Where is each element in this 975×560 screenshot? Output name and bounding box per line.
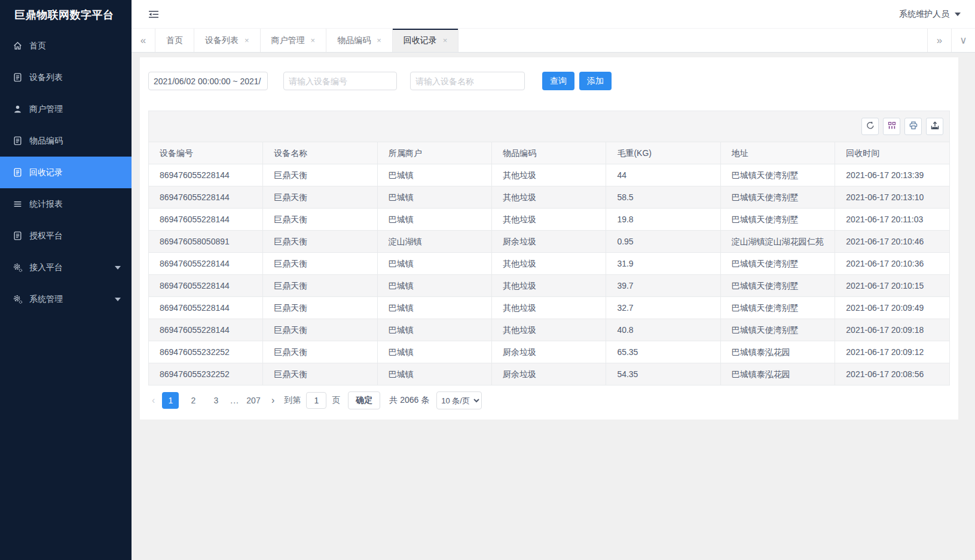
tab-label: 回收记录	[404, 35, 437, 46]
sidebar-item-system-mgmt[interactable]: 系统管理	[0, 283, 132, 315]
goto-page-input[interactable]	[306, 392, 326, 409]
table-row[interactable]: 869476055228144巨鼎天衡巴城镇其他垃圾44巴城镇天使湾别墅2021…	[149, 164, 950, 186]
sidebar-item-label: 回收记录	[29, 167, 63, 178]
cell-gross-weight: 54.35	[606, 363, 720, 385]
device-name-input[interactable]	[410, 72, 525, 90]
device-number-input[interactable]	[283, 72, 397, 90]
tabbar-spacer	[459, 29, 927, 52]
document-list-icon	[13, 167, 23, 178]
column-settings-button[interactable]	[883, 118, 900, 135]
cell-item-code: 其他垃圾	[492, 297, 606, 319]
page-button-3[interactable]: 3	[207, 392, 224, 409]
sidebar-item-item-code[interactable]: 物品编码	[0, 125, 132, 157]
cell-address: 巴城镇天使湾别墅	[720, 275, 835, 297]
cell-gross-weight: 65.35	[606, 341, 720, 363]
tab-home[interactable]: 首页	[155, 29, 194, 52]
sidebar-item-recycle-records[interactable]: 回收记录	[0, 157, 132, 188]
sidebar-item-label: 商户管理	[29, 104, 63, 115]
tab-item-code[interactable]: 物品编码 ×	[326, 29, 393, 52]
tab-label: 商户管理	[271, 35, 305, 46]
cell-address: 巴城镇泰泓花园	[720, 363, 835, 385]
cell-gross-weight: 39.7	[606, 275, 720, 297]
cell-recycle-time: 2021-06-17 20:10:15	[835, 275, 950, 297]
cell-recycle-time: 2021-06-17 20:09:12	[835, 341, 950, 363]
table-row[interactable]: 869476055228144巨鼎天衡巴城镇其他垃圾58.5巴城镇天使湾别墅20…	[149, 186, 950, 209]
table-row[interactable]: 869476055228144巨鼎天衡巴城镇其他垃圾39.7巴城镇天使湾别墅20…	[149, 275, 950, 297]
table-row[interactable]: 869476055232252巨鼎天衡巴城镇厨余垃圾65.35巴城镇泰泓花园20…	[149, 341, 950, 363]
tabs-scroll-right-button[interactable]: »	[927, 29, 951, 52]
table-row[interactable]: 869476058050891巨鼎天衡淀山湖镇厨余垃圾0.95淀山湖镇淀山湖花园…	[149, 231, 950, 253]
table-row[interactable]: 869476055228144巨鼎天衡巴城镇其他垃圾32.7巴城镇天使湾别墅20…	[149, 297, 950, 319]
cell-gross-weight: 32.7	[606, 297, 720, 319]
tab-close-icon[interactable]: ×	[443, 36, 448, 45]
cell-merchant: 淀山湖镇	[377, 231, 491, 253]
print-button[interactable]	[904, 118, 922, 135]
sidebar-item-access-platform[interactable]: 接入平台	[0, 252, 132, 283]
cell-item-code: 其他垃圾	[492, 164, 606, 186]
goto-confirm-button[interactable]: 确定	[348, 391, 380, 409]
cell-gross-weight: 0.95	[606, 231, 720, 253]
document-list-icon	[13, 231, 23, 241]
sidebar-item-merchant-mgmt[interactable]: 商户管理	[0, 93, 132, 125]
sidebar-item-label: 接入平台	[29, 262, 63, 273]
tab-bar: « 首页 设备列表 × 商户管理 × 物品编码 × 回收记录 × » ∨	[132, 29, 975, 53]
cell-device-no: 869476055228144	[149, 253, 263, 275]
sidebar-collapse-icon[interactable]	[148, 10, 159, 19]
add-button[interactable]: 添加	[579, 72, 612, 90]
user-caret-down-icon	[955, 13, 961, 16]
tabs-scroll-left-button[interactable]: «	[132, 29, 155, 52]
tabs-list-dropdown-button[interactable]: ∨	[951, 29, 975, 52]
gears-icon	[13, 262, 23, 273]
cell-address: 巴城镇天使湾别墅	[720, 253, 835, 275]
tab-device-list[interactable]: 设备列表 ×	[194, 29, 261, 52]
cell-device-name: 巨鼎天衡	[263, 231, 377, 253]
date-range-input[interactable]	[148, 72, 268, 90]
user-menu[interactable]: 系统维护人员	[899, 9, 961, 20]
search-button[interactable]: 查询	[542, 72, 574, 90]
sidebar-item-label: 物品编码	[29, 136, 63, 146]
col-header-device-no: 设备编号	[149, 142, 263, 164]
table-row[interactable]: 869476055228144巨鼎天衡巴城镇其他垃圾40.8巴城镇天使湾别墅20…	[149, 319, 950, 341]
cell-gross-weight: 44	[606, 164, 720, 186]
cell-address: 淀山湖镇淀山湖花园仁苑	[720, 231, 835, 253]
tab-close-icon[interactable]: ×	[377, 36, 381, 45]
pagination-bar: ‹ 1 2 3 ... 207 › 到第 页 确定 共 2066 条 10 条/…	[148, 385, 950, 415]
tab-label: 物品编码	[337, 35, 371, 46]
table-row[interactable]: 869476055228144巨鼎天衡巴城镇其他垃圾19.8巴城镇天使湾别墅20…	[149, 209, 950, 231]
tab-close-icon[interactable]: ×	[244, 36, 249, 45]
prev-page-icon[interactable]: ‹	[152, 395, 155, 406]
page-button-2[interactable]: 2	[185, 392, 201, 409]
sidebar-item-home[interactable]: 首页	[0, 30, 132, 62]
table-row[interactable]: 869476055228144巨鼎天衡巴城镇其他垃圾31.9巴城镇天使湾别墅20…	[149, 253, 950, 275]
cell-device-no: 869476055228144	[149, 275, 263, 297]
refresh-button[interactable]	[861, 118, 879, 135]
col-header-gross-weight: 毛重(KG)	[606, 142, 720, 164]
cell-gross-weight: 40.8	[606, 319, 720, 341]
export-button[interactable]	[926, 118, 943, 135]
sidebar: 巨鼎物联网数字平台 首页 设备列表 商户管理 物品编码 回收记录	[0, 0, 132, 560]
cell-item-code: 其他垃圾	[492, 186, 606, 209]
table-row[interactable]: 869476055232252巨鼎天衡巴城镇厨余垃圾54.35巴城镇泰泓花园20…	[149, 363, 950, 385]
cell-device-name: 巨鼎天衡	[263, 253, 377, 275]
cell-recycle-time: 2021-06-17 20:09:49	[835, 297, 950, 319]
cell-address: 巴城镇天使湾别墅	[720, 319, 835, 341]
cell-gross-weight: 19.8	[606, 209, 720, 231]
tab-close-icon[interactable]: ×	[311, 36, 316, 45]
cell-device-no: 869476055228144	[149, 297, 263, 319]
cell-device-no: 869476058050891	[149, 231, 263, 253]
sidebar-item-auth-platform[interactable]: 授权平台	[0, 220, 132, 252]
tab-merchant-mgmt[interactable]: 商户管理 ×	[261, 29, 327, 52]
chevron-down-icon	[115, 266, 121, 270]
top-header: 系统维护人员	[132, 0, 975, 29]
tab-recycle-records[interactable]: 回收记录 ×	[393, 29, 459, 52]
page-size-select[interactable]: 10 条/页	[436, 391, 482, 409]
page-button-1[interactable]: 1	[162, 392, 179, 409]
sidebar-item-label: 授权平台	[29, 231, 63, 241]
cell-item-code: 其他垃圾	[492, 319, 606, 341]
next-page-icon[interactable]: ›	[271, 395, 274, 406]
cell-item-code: 其他垃圾	[492, 253, 606, 275]
page-button-last[interactable]: 207	[245, 392, 262, 409]
sidebar-item-device-list[interactable]: 设备列表	[0, 62, 132, 93]
cell-recycle-time: 2021-06-17 20:11:03	[835, 209, 950, 231]
sidebar-item-statistics[interactable]: 统计报表	[0, 188, 132, 220]
